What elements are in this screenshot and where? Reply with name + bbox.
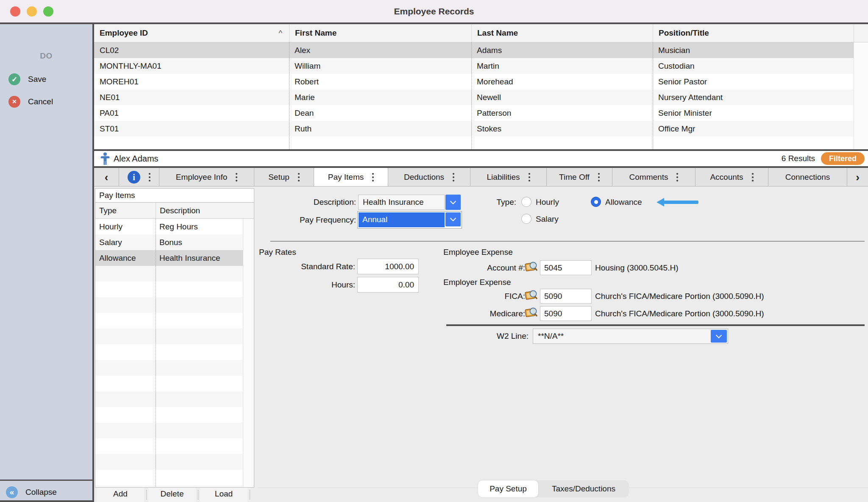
kebab-menu-icon[interactable] bbox=[236, 173, 237, 181]
type-hourly-label: Hourly bbox=[536, 194, 559, 210]
footer-tab-pay-setup[interactable]: Pay Setup bbox=[478, 480, 538, 497]
type-salary-radio[interactable] bbox=[521, 214, 531, 224]
fica-lookup-icon[interactable] bbox=[524, 289, 538, 304]
description-dropdown-chevron-icon[interactable] bbox=[445, 195, 461, 210]
footer-tab-taxes-deductions[interactable]: Taxes/Deductions bbox=[538, 480, 629, 497]
type-allowance-label: Allowance bbox=[605, 194, 642, 210]
cancel-button[interactable]: × Cancel bbox=[8, 94, 53, 109]
pay-item-row[interactable]: Allowance Health Insurance bbox=[95, 250, 243, 266]
save-button[interactable]: ✓ Save bbox=[8, 72, 46, 87]
type-salary-label: Salary bbox=[536, 211, 559, 227]
pay-frequency-dropdown[interactable]: Annual bbox=[357, 211, 462, 229]
kebab-menu-icon[interactable] bbox=[149, 173, 150, 181]
fica-account-description: Church's FICA/Medicare Portion (3000.509… bbox=[595, 289, 764, 304]
kebab-menu-icon[interactable] bbox=[676, 173, 678, 181]
w2-line-value: **N/A** bbox=[538, 332, 564, 340]
column-header-position[interactable]: Position/Title bbox=[653, 24, 854, 42]
hours-field[interactable]: 0.00 bbox=[357, 277, 419, 293]
account-lookup-icon[interactable] bbox=[524, 260, 538, 276]
hours-label: Hours: bbox=[254, 277, 355, 293]
sidebar-bottom-edge bbox=[0, 500, 92, 502]
load-button[interactable]: Load bbox=[200, 488, 248, 502]
button-divider bbox=[250, 490, 250, 500]
window-title: Employee Records bbox=[0, 0, 868, 22]
account-number-field[interactable]: 5045 bbox=[540, 260, 592, 275]
person-icon bbox=[100, 152, 110, 167]
pay-items-scrollbar[interactable] bbox=[243, 219, 254, 487]
column-header-employee-id[interactable]: Employee ID ^ bbox=[94, 24, 289, 42]
kebab-menu-icon[interactable] bbox=[752, 173, 754, 181]
save-label: Save bbox=[28, 75, 46, 84]
fica-account-field[interactable]: 5090 bbox=[540, 289, 592, 304]
table-row[interactable]: NE01 Marie Newell Nursery Attendant bbox=[94, 89, 854, 105]
sidebar-header: DO bbox=[0, 51, 92, 61]
chevron-left-icon: ‹ bbox=[105, 169, 108, 186]
pay-item-row[interactable]: Hourly Reg Hours bbox=[95, 219, 243, 234]
pay-items-column-headers: Type Description bbox=[95, 203, 254, 219]
sidebar-footer-divider bbox=[0, 480, 92, 481]
w2-line-dropdown[interactable]: **N/A** bbox=[533, 329, 728, 344]
tab-accounts[interactable]: Accounts bbox=[696, 168, 768, 186]
table-row[interactable]: PA01 Dean Patterson Senior Minister bbox=[94, 105, 854, 121]
filtered-badge[interactable]: Filtered bbox=[821, 152, 865, 165]
kebab-menu-icon[interactable] bbox=[529, 173, 530, 181]
employer-expense-heading: Employer Expense bbox=[443, 278, 511, 287]
pay-items-list: Type Description Hourly Reg Hours Salary… bbox=[95, 203, 254, 488]
table-row[interactable]: MOREH01 Robert Morehead Senior Pastor bbox=[94, 74, 854, 89]
description-dropdown[interactable]: Health Insurance bbox=[358, 195, 445, 210]
table-row[interactable]: MONTHLY-MA01 William Martin Custodian bbox=[94, 58, 854, 74]
standard-rate-field[interactable]: 1000.00 bbox=[357, 259, 419, 274]
tab-pay-items[interactable]: Pay Items bbox=[314, 168, 388, 186]
w2-line-chevron-icon[interactable] bbox=[711, 330, 727, 343]
pay-items-panel-title: Pay Items bbox=[95, 188, 254, 203]
tab-employee-info[interactable]: Employee Info bbox=[159, 168, 254, 186]
fica-label: FICA: bbox=[445, 289, 525, 304]
type-hourly-radio[interactable] bbox=[521, 197, 531, 207]
employee-table: CL02 Alex Adams Musician MONTHLY-MA01 Wi… bbox=[94, 42, 868, 149]
tab-liabilities[interactable]: Liabilities bbox=[470, 168, 547, 186]
type-allowance-radio[interactable] bbox=[591, 197, 601, 207]
window-titlebar: Employee Records bbox=[0, 0, 868, 22]
add-button[interactable]: Add bbox=[97, 488, 144, 502]
delete-button[interactable]: Delete bbox=[148, 488, 196, 502]
pay-frequency-chevron-icon[interactable] bbox=[445, 212, 461, 226]
column-header-description[interactable]: Description bbox=[156, 203, 254, 218]
medicare-label: Medicare: bbox=[445, 307, 525, 321]
tabs-scroll-forward-button[interactable]: › bbox=[847, 168, 868, 186]
column-header-type[interactable]: Type bbox=[95, 203, 156, 218]
employee-table-header: Employee ID ^ First Name Last Name Posit… bbox=[94, 24, 868, 42]
pay-frequency-label: Pay Frequency: bbox=[254, 211, 356, 229]
pay-items-empty-rows bbox=[95, 266, 243, 487]
type-label: Type: bbox=[466, 194, 516, 210]
collapse-button[interactable]: « Collapse bbox=[6, 485, 57, 500]
table-row[interactable]: CL02 Alex Adams Musician bbox=[94, 42, 854, 58]
cancel-label: Cancel bbox=[28, 97, 53, 106]
save-check-icon: ✓ bbox=[8, 73, 20, 85]
tabs-scroll-back-button[interactable]: ‹ bbox=[94, 168, 119, 186]
column-header-first-name[interactable]: First Name bbox=[289, 24, 471, 42]
tab-setup[interactable]: Setup bbox=[254, 168, 314, 186]
tab-info[interactable]: i bbox=[119, 168, 159, 186]
pay-frequency-value: Annual bbox=[359, 212, 445, 227]
tab-comments[interactable]: Comments bbox=[612, 168, 696, 186]
column-header-last-name[interactable]: Last Name bbox=[471, 24, 653, 42]
column-divider bbox=[471, 42, 472, 149]
kebab-menu-icon[interactable] bbox=[598, 173, 600, 181]
kebab-menu-icon[interactable] bbox=[453, 173, 454, 181]
tab-deductions[interactable]: Deductions bbox=[388, 168, 470, 186]
pay-item-row[interactable]: Salary Bonus bbox=[95, 234, 243, 250]
kebab-menu-icon[interactable] bbox=[372, 173, 374, 181]
tab-connections[interactable]: Connections bbox=[768, 168, 847, 186]
sidebar: DO ✓ Save × Cancel « Collapse bbox=[0, 24, 92, 502]
section-divider bbox=[270, 241, 865, 242]
medicare-account-field[interactable]: 5090 bbox=[540, 306, 592, 321]
collapse-label: Collapse bbox=[25, 488, 57, 497]
column-divider bbox=[156, 219, 156, 487]
medicare-lookup-icon[interactable] bbox=[524, 306, 538, 321]
standard-rate-label: Standard Rate: bbox=[254, 259, 355, 274]
button-divider bbox=[146, 490, 147, 500]
kebab-menu-icon[interactable] bbox=[298, 173, 300, 181]
tab-time-off[interactable]: Time Off bbox=[547, 168, 612, 186]
employee-table-scrollbar[interactable] bbox=[854, 42, 868, 149]
table-row[interactable]: ST01 Ruth Stokes Office Mgr bbox=[94, 121, 854, 137]
